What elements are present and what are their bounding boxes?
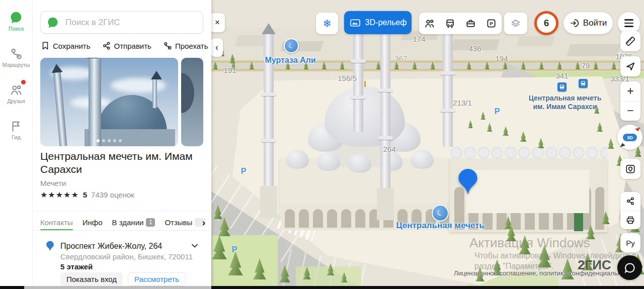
- chat-bubble-icon: [624, 262, 636, 274]
- address-pin-icon: [46, 241, 54, 252]
- layers-button[interactable]: [504, 13, 527, 34]
- poi-label-central-mosque-full-line2[interactable]: им. Имам Сарахси: [533, 103, 597, 111]
- minaret-balcony: [378, 136, 393, 140]
- sidebar-item-label: Поиск: [0, 26, 32, 32]
- minaret-base: [377, 188, 394, 220]
- zoom-out-button[interactable]: −: [620, 102, 640, 121]
- bus-stop-icon[interactable]: [557, 82, 567, 91]
- minaret-balcony: [261, 92, 276, 96]
- add-to-map-button[interactable]: [620, 159, 640, 179]
- share-map-button[interactable]: [620, 192, 640, 211]
- windows-watermark-line: Чтобы активировать Windows, перейдите в: [474, 251, 636, 260]
- address-expand-button[interactable]: [191, 243, 198, 248]
- house-number: 194: [495, 54, 508, 63]
- place-rating: ★★★★★ 5 7439 оценок: [40, 190, 134, 200]
- house-number: 174: [413, 35, 425, 43]
- place-photo-main[interactable]: [40, 58, 178, 146]
- poi-label-central-mosque-full-line1[interactable]: Центральная мечеть: [529, 94, 602, 102]
- close-icon: ×: [215, 18, 220, 28]
- photo-minaret: [89, 58, 101, 146]
- snowflake-icon: ❄: [323, 18, 332, 30]
- collapse-panel-button[interactable]: ‹: [211, 38, 223, 57]
- place-category[interactable]: Мечети: [40, 179, 66, 187]
- inspect-button[interactable]: Рассмотреть: [128, 272, 186, 286]
- place-floors: 5 этажей: [60, 262, 93, 271]
- minaret: [443, 30, 453, 147]
- language-button[interactable]: Ру: [620, 233, 640, 252]
- sidebar-item-friends[interactable]: Друзья: [0, 83, 32, 104]
- notification-dot: [21, 80, 26, 84]
- show-entrance-button[interactable]: Показать вход: [60, 272, 123, 286]
- tab-in-building[interactable]: В здании 1: [112, 218, 155, 227]
- transport-button[interactable]: [440, 13, 460, 34]
- zoom-in-button[interactable]: +: [620, 81, 640, 102]
- business-button[interactable]: [460, 13, 481, 34]
- house-number: 191: [223, 66, 236, 74]
- tab-badge: 1: [146, 218, 155, 227]
- divider: [32, 230, 211, 231]
- traffic-score: 6: [544, 18, 549, 29]
- tabs-more-button[interactable]: ›: [202, 217, 205, 228]
- mosque-poi-icon[interactable]: ☾: [432, 205, 449, 222]
- parking-button[interactable]: P: [481, 13, 502, 34]
- share-icon: [102, 41, 111, 50]
- rating-value: 5: [83, 190, 87, 199]
- building-block: [517, 36, 555, 46]
- save-button[interactable]: Сохранить: [41, 41, 91, 50]
- divider: [32, 211, 211, 211]
- terrain-3d-button[interactable]: 3D-рельеф: [344, 11, 412, 34]
- house-number: 213/1: [453, 99, 472, 107]
- zoom-controls: + −: [620, 81, 640, 121]
- sidebar-item-guide[interactable]: Гид: [0, 120, 32, 140]
- map-modes-toolbar: P: [419, 13, 502, 34]
- place-title: Центральная мечеть им. Имам Сарахси: [40, 150, 201, 176]
- share-icon: [625, 196, 635, 206]
- place-district: Свердловский район, Бишкек, 720011: [60, 252, 193, 261]
- route-icon: [163, 41, 172, 50]
- tab-info[interactable]: Инфо: [83, 218, 103, 227]
- contact-buttons: Показать вход Рассмотреть: [60, 272, 186, 286]
- cloud: [111, 78, 166, 93]
- place-address[interactable]: Проспект Жибек-Жолу, 264: [60, 242, 162, 251]
- my-location-button[interactable]: [620, 56, 640, 76]
- place-details-panel: Сохранить Отправить Проехать Центральная…: [32, 0, 211, 289]
- location-arrow-icon: [625, 61, 636, 72]
- poi-label-murtaza-ali[interactable]: Муртаза Али: [265, 56, 315, 65]
- minaret-balcony: [440, 109, 455, 112]
- rating-count[interactable]: 7439 оценок: [91, 190, 134, 199]
- route-to-button[interactable]: Проехать: [163, 41, 208, 50]
- poi-label-central-mosque[interactable]: Центральная мечеть: [396, 221, 485, 231]
- send-button[interactable]: Отправить: [102, 41, 151, 50]
- rating-stars: ★★★★★: [40, 190, 79, 200]
- close-panel-button[interactable]: ×: [210, 13, 225, 32]
- selected-place-pin[interactable]: [458, 168, 478, 196]
- sidebar-item-search[interactable]: Поиск: [0, 11, 32, 32]
- search-box[interactable]: [40, 11, 203, 34]
- minaret: [380, 28, 390, 220]
- tab-contacts[interactable]: Контакты: [40, 218, 73, 227]
- place-photo-next[interactable]: [181, 58, 203, 146]
- 2gis-logo-icon: [47, 17, 59, 29]
- ruler-button[interactable]: [620, 31, 640, 51]
- mosque-poi-icon[interactable]: ☾: [284, 38, 299, 53]
- traffic-score-button[interactable]: 6: [534, 11, 558, 35]
- house-number: 367: [394, 54, 407, 63]
- support-chat-button[interactable]: [617, 255, 642, 280]
- bus-stop-icon[interactable]: [579, 79, 588, 88]
- freeze-map-button[interactable]: ❄: [316, 13, 338, 34]
- small-dome: [317, 152, 340, 171]
- search-input[interactable]: [64, 17, 197, 28]
- print-button[interactable]: [620, 211, 640, 230]
- compass-3d-badge: 3D: [623, 134, 637, 141]
- svg-text:P: P: [490, 21, 493, 26]
- house-number: 341: [555, 71, 568, 80]
- place-tabs: Контакты Инфо В здании 1 Отзывы: [40, 215, 194, 229]
- minaret-balcony: [440, 71, 455, 75]
- sidebar-item-routes[interactable]: Маршруты: [0, 47, 32, 68]
- sidebar-item-label: Друзья: [0, 98, 32, 104]
- flag-icon: [10, 120, 23, 133]
- login-button[interactable]: Войти: [564, 12, 613, 34]
- compass-3d-control[interactable]: 3D: [617, 125, 642, 150]
- tab-reviews[interactable]: Отзывы: [165, 218, 206, 227]
- friends-on-map-button[interactable]: [419, 13, 440, 34]
